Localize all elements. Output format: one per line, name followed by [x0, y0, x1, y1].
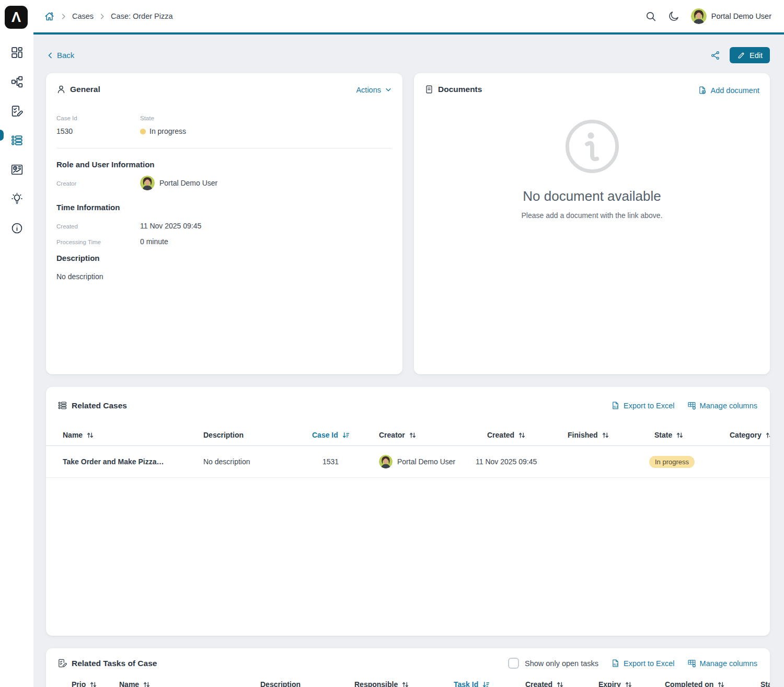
sort-icon [676, 431, 684, 439]
sort-icon [86, 431, 94, 439]
column-header-name[interactable]: Name [63, 431, 203, 439]
export-excel-link[interactable]: Export to Excel [611, 659, 675, 668]
sort-icon [625, 681, 632, 687]
breadcrumb-cases[interactable]: Cases [72, 12, 94, 20]
sidebar-item-statistics[interactable] [0, 158, 33, 181]
app-logo[interactable]: Λ [5, 6, 28, 29]
chevron-down-icon [385, 86, 392, 94]
back-button[interactable]: Back [46, 51, 74, 60]
page-actions: Edit [710, 47, 770, 63]
related-cases-title: Related Cases [57, 400, 127, 410]
header-accent-bar [33, 32, 784, 35]
sidebar-item-cases[interactable] [0, 129, 33, 152]
actions-label: Actions [356, 86, 381, 94]
home-icon[interactable] [44, 11, 55, 22]
divider [56, 148, 392, 148]
user-menu[interactable]: Portal Demo User [691, 8, 771, 24]
column-header-name[interactable]: Name [119, 680, 260, 687]
manage-columns-link[interactable]: Manage columns [687, 401, 757, 410]
manage-columns-icon [687, 401, 696, 410]
search-icon[interactable] [645, 10, 656, 22]
related-tasks-header-row: Prio Name Description Responsible Task I… [46, 680, 770, 687]
sidebar-item-processes[interactable] [0, 70, 33, 93]
page-action-row: Back Edit [46, 47, 770, 64]
sidebar-item-tasks[interactable] [0, 99, 33, 122]
sort-icon [717, 681, 725, 687]
cell-name: Take Order and Make Pizza… [63, 457, 203, 466]
sidebar: Λ [0, 0, 33, 687]
pencil-icon [737, 51, 745, 60]
column-header-description: Description [260, 680, 354, 687]
documents-empty-state: No document available Please add a docum… [414, 118, 770, 220]
export-excel-link[interactable]: Export to Excel [611, 401, 675, 410]
status-badge: In progress [649, 456, 695, 468]
creator-label: Creator [56, 180, 76, 187]
column-header-responsible[interactable]: Responsible [354, 680, 454, 687]
created-value: 11 Nov 2025 09:45 [140, 222, 201, 230]
sort-desc-icon [342, 431, 350, 439]
breadcrumb: Cases Case: Order Pizza [44, 11, 173, 22]
info-icon [10, 222, 24, 235]
excel-file-icon [611, 401, 620, 410]
task-document-icon [57, 658, 67, 668]
chevron-right-icon [60, 13, 67, 20]
manage-columns-icon [687, 659, 696, 668]
column-header-state[interactable]: State [654, 431, 730, 439]
dark-mode-icon[interactable] [668, 10, 679, 22]
processing-time-value: 0 minute [140, 237, 168, 246]
role-section-title: Role and User Information [56, 160, 155, 169]
related-cases-header-row: Name Description Case Id Creator Created… [46, 425, 770, 446]
tasks-icon [10, 105, 24, 118]
column-header-state[interactable]: State [760, 680, 770, 687]
documents-title-label: Documents [438, 85, 482, 94]
cell-case-id: 1531 [312, 457, 379, 466]
sort-icon [409, 431, 417, 439]
sidebar-item-ideas[interactable] [0, 187, 33, 210]
processing-time-label: Processing Time [56, 239, 101, 245]
sort-icon [401, 681, 409, 687]
manage-columns-link[interactable]: Manage columns [687, 659, 757, 668]
breadcrumb-current: Case: Order Pizza [111, 12, 172, 20]
column-header-case-id[interactable]: Case Id [312, 431, 379, 439]
column-header-created[interactable]: Created [525, 680, 598, 687]
related-cases-toolbar: Export to Excel Manage columns [611, 401, 757, 410]
table-row[interactable]: Take Order and Make Pizza… No descriptio… [46, 446, 770, 478]
created-label: Created [56, 223, 78, 230]
column-header-category[interactable]: Category [730, 431, 770, 439]
show-open-tasks-label: Show only open tasks [525, 659, 598, 668]
column-header-completed-on[interactable]: Completed on [665, 680, 760, 687]
add-document-link[interactable]: Add document [698, 86, 759, 95]
related-cases-title-label: Related Cases [72, 401, 127, 410]
creator-value: Portal Demo User [140, 176, 217, 190]
user-name: Portal Demo User [711, 12, 771, 20]
column-header-created[interactable]: Created [487, 431, 568, 439]
actions-dropdown[interactable]: Actions [356, 86, 392, 94]
lightbulb-icon [10, 192, 24, 205]
general-card-title: General [56, 85, 100, 94]
sidebar-item-about[interactable] [0, 216, 33, 239]
checkbox[interactable] [508, 658, 519, 669]
cell-created: 11 Nov 2025 09:45 [476, 457, 568, 466]
user-avatar [691, 8, 707, 24]
column-header-creator[interactable]: Creator [379, 431, 487, 439]
state-value: In progress [140, 127, 186, 135]
edit-button[interactable]: Edit [730, 47, 770, 63]
sidebar-item-dashboard[interactable] [0, 41, 33, 64]
column-header-expiry[interactable]: Expiry [598, 680, 665, 687]
column-header-prio[interactable]: Prio [72, 680, 119, 687]
related-tasks-title-label: Related Tasks of Case [72, 659, 157, 668]
related-tasks-toolbar: Show only open tasks Export to Excel Man… [508, 658, 757, 669]
column-header-task-id[interactable]: Task Id [454, 680, 525, 687]
cases-list-icon [57, 400, 67, 410]
time-section-title: Time Information [56, 203, 120, 212]
show-open-tasks-toggle[interactable]: Show only open tasks [508, 658, 598, 669]
info-circle-icon [564, 118, 620, 175]
sort-icon [556, 681, 564, 687]
back-label: Back [57, 51, 74, 60]
share-icon[interactable] [710, 50, 721, 61]
related-tasks-title: Related Tasks of Case [57, 658, 157, 668]
state-dot [140, 129, 146, 134]
manage-columns-label: Manage columns [700, 402, 757, 410]
add-document-icon [698, 86, 707, 95]
column-header-finished[interactable]: Finished [568, 431, 654, 439]
